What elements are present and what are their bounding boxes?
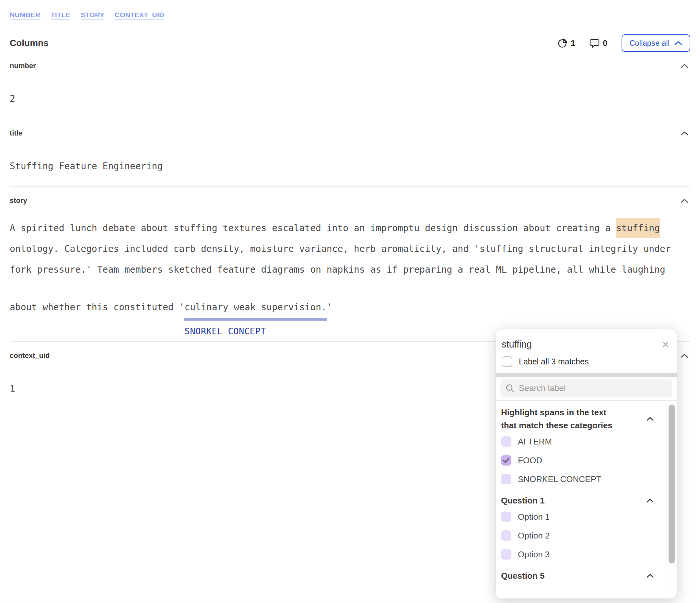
checkbox-option-3[interactable] [501, 549, 511, 559]
section-title-label: title [10, 129, 22, 138]
labeling-popup: stuffing Label all 3 matches Highlight s… [496, 329, 677, 599]
story-text-segment: ontology. Categories included carb densi… [10, 243, 671, 275]
label-option-text: Option 2 [518, 531, 550, 541]
section-number-value: 2 [10, 93, 690, 119]
checkbox-option-1[interactable] [501, 512, 511, 522]
close-icon[interactable] [662, 340, 670, 348]
pie-chart-icon [558, 38, 568, 48]
annotation-count: 1 [571, 39, 575, 48]
story-text-segment: about whether this constituted ' [10, 302, 184, 313]
question-5-chevron-up-icon[interactable] [647, 574, 654, 578]
label-all-matches-checkbox[interactable] [502, 356, 512, 367]
column-link-story[interactable]: STORY [81, 11, 104, 19]
comment-count-group[interactable]: 0 [590, 38, 607, 48]
label-all-matches-label: Label all 3 matches [519, 357, 589, 366]
label-option-text: SNORKEL CONCEPT [518, 474, 601, 484]
label-search-box [500, 379, 672, 397]
column-links: NUMBER TITLE STORY CONTEXT_UID [10, 0, 690, 19]
annotation-count-group[interactable]: 1 [558, 38, 575, 48]
popup-selected-text: stuffing [502, 339, 532, 350]
category-group-chevron-up-icon[interactable] [647, 416, 654, 421]
category-group-heading: Highlight spans in the text that match t… [501, 406, 621, 432]
header-actions: 1 0 Collapse all [558, 34, 690, 52]
annotated-span[interactable]: culinary weak supervision.SNORKEL CONCEP… [184, 297, 326, 321]
popup-scrollbar-thumb[interactable] [669, 405, 675, 563]
checkbox-option-2[interactable] [501, 530, 511, 541]
bottom-divider [0, 601, 700, 601]
label-option-text: FOOD [518, 456, 542, 465]
columns-header: Columns 1 0 [10, 34, 690, 52]
search-label-input[interactable] [519, 383, 667, 393]
section-context-uid-collapse-chevron-icon[interactable] [680, 353, 690, 358]
section-number: number 2 [10, 52, 690, 119]
checkbox-ai-term[interactable] [501, 436, 511, 447]
popup-list-area: Highlight spans in the text that match t… [496, 401, 677, 599]
label-option-option-3[interactable]: Option 3 [501, 549, 667, 559]
label-option-ai-term[interactable]: AI TERM [501, 436, 667, 447]
comment-icon [590, 38, 600, 48]
story-text-segment: A spirited lunch debate about stuffing t… [10, 223, 616, 234]
page-title: Columns [10, 38, 49, 48]
section-title-collapse-chevron-icon[interactable] [680, 131, 690, 136]
section-story: story A spirited lunch debate about stuf… [10, 187, 690, 342]
label-option-text: Option 3 [518, 550, 550, 559]
annotated-span-text: culinary weak supervision. [184, 302, 326, 313]
question-1-heading: Question 1 [501, 494, 545, 507]
story-text: A spirited lunch debate about stuffing t… [10, 218, 673, 341]
label-option-snorkel-concept[interactable]: SNORKEL CONCEPT [501, 474, 667, 484]
label-option-text: AI TERM [518, 437, 552, 447]
section-context-uid-label: context_uid [10, 352, 50, 360]
section-title: title Stuffing Feature Engineering [10, 119, 690, 187]
column-link-title[interactable]: TITLE [51, 11, 70, 19]
checkbox-food-checked[interactable] [501, 455, 511, 465]
label-option-food[interactable]: FOOD [501, 455, 667, 465]
column-link-number[interactable]: NUMBER [10, 11, 41, 19]
popup-divider-bar [496, 373, 677, 377]
search-icon [505, 384, 514, 393]
section-story-label: story [10, 196, 27, 205]
collapse-all-button[interactable]: Collapse all [622, 34, 690, 52]
chevron-up-icon [674, 41, 682, 46]
highlighted-match[interactable]: stuffing [616, 218, 660, 238]
collapse-all-label: Collapse all [629, 39, 670, 48]
section-story-collapse-chevron-icon[interactable] [680, 198, 690, 203]
column-link-context-uid[interactable]: CONTEXT_UID [115, 11, 164, 19]
checkbox-snorkel-concept[interactable] [501, 474, 511, 484]
section-title-value: Stuffing Feature Engineering [10, 161, 690, 187]
label-option-option-1[interactable]: Option 1 [501, 512, 667, 522]
label-option-text: Option 1 [518, 512, 550, 522]
label-option-option-2[interactable]: Option 2 [501, 530, 667, 541]
section-number-label: number [10, 62, 36, 70]
annotation-label[interactable]: SNORKEL CONCEPT [184, 321, 266, 342]
section-number-collapse-chevron-icon[interactable] [680, 64, 690, 68]
comment-count: 0 [603, 39, 607, 48]
question-1-chevron-up-icon[interactable] [647, 498, 654, 503]
question-5-heading: Question 5 [501, 569, 545, 582]
story-text-segment: ' [327, 302, 332, 313]
